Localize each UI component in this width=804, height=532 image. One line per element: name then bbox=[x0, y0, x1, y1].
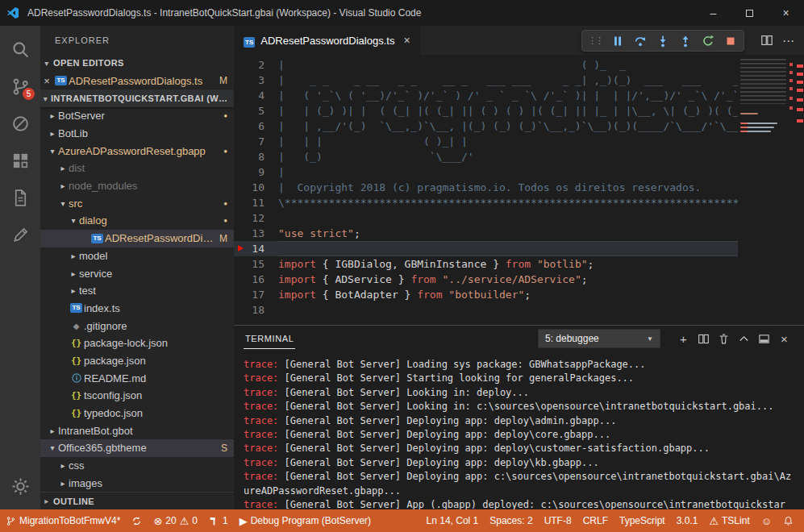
restart-button[interactable] bbox=[697, 31, 719, 51]
language-mode[interactable]: TypeScript bbox=[614, 509, 671, 532]
maximize-panel-button[interactable] bbox=[734, 329, 754, 348]
vscode-window: ADResetPasswordDialogs.ts - IntranetBotQ… bbox=[0, 0, 804, 532]
new-terminal-button[interactable]: + bbox=[673, 329, 694, 348]
line-number[interactable]: 17 bbox=[234, 287, 278, 302]
encoding[interactable]: UTF-8 bbox=[539, 509, 577, 532]
tab-adresetpassworddialogs[interactable]: TS ADResetPasswordDialogs.ts × bbox=[234, 26, 420, 55]
modified-dot-icon: ● bbox=[223, 217, 227, 224]
source-control-button[interactable]: 5 bbox=[0, 68, 40, 105]
git-branch-status[interactable]: MigrationToBotFmwV4* bbox=[0, 509, 126, 532]
debug-target-status[interactable]: ▶Debug Program (BotServer) bbox=[234, 509, 377, 532]
line-number[interactable]: 3 bbox=[234, 73, 278, 88]
tree-item-office365.gbtheme[interactable]: ▾Office365.gbthemeS bbox=[40, 439, 234, 457]
tree-item-images[interactable]: ▸images bbox=[40, 474, 234, 492]
minimap[interactable] bbox=[738, 55, 794, 325]
terminal-tab[interactable]: TERMINAL bbox=[244, 328, 295, 349]
step-over-button[interactable] bbox=[629, 31, 652, 51]
tree-item-css[interactable]: ▸css bbox=[40, 457, 234, 475]
tools-status[interactable]: 1 bbox=[203, 509, 234, 532]
tree-item-tsconfig.json[interactable]: {}tsconfig.json bbox=[40, 387, 234, 405]
tree-item-test[interactable]: ▸test bbox=[40, 282, 234, 300]
close-window-button[interactable]: × bbox=[768, 0, 804, 26]
split-terminal-button[interactable] bbox=[694, 329, 714, 348]
drag-handle-button[interactable]: ⋮⋮ bbox=[584, 31, 606, 51]
tree-item-dialog[interactable]: ▾dialog● bbox=[40, 212, 234, 230]
line-number[interactable]: 13 bbox=[234, 226, 278, 241]
workspace-section-header[interactable]: ▾ INTRANETBOTQUICKSTART.GBAI (WORKSPACE) bbox=[40, 89, 234, 107]
tree-item-dist[interactable]: ▸dist bbox=[40, 160, 234, 177]
line-number[interactable]: 4 bbox=[234, 88, 278, 103]
status-text: Spaces: 2 bbox=[489, 515, 532, 526]
pause-button[interactable] bbox=[606, 31, 629, 51]
kill-terminal-button[interactable] bbox=[714, 329, 734, 348]
maximize-button[interactable] bbox=[731, 0, 768, 26]
indentation[interactable]: Spaces: 2 bbox=[484, 509, 538, 532]
tree-item-typedoc.json[interactable]: {}typedoc.json bbox=[40, 405, 234, 422]
tree-item-package.json[interactable]: {}package.json bbox=[40, 352, 234, 370]
edit-tools-button[interactable] bbox=[0, 216, 40, 253]
line-number[interactable]: 15 bbox=[234, 256, 278, 272]
line-number[interactable]: 10 bbox=[234, 180, 278, 195]
line-number[interactable]: 8 bbox=[234, 149, 278, 164]
sync-status[interactable] bbox=[126, 509, 148, 532]
tslint-status[interactable]: ⚠TSLint bbox=[703, 509, 755, 532]
tree-item-adresetpassworddialogs.ts[interactable]: TSADResetPasswordDialogs.tsM bbox=[40, 230, 234, 247]
tree-item-label: test bbox=[79, 285, 227, 297]
tree-item-src[interactable]: ▾src● bbox=[40, 194, 234, 212]
line-number[interactable]: 9 bbox=[234, 164, 278, 180]
minimize-button[interactable]: – bbox=[695, 0, 731, 26]
feedback[interactable]: ☺ bbox=[756, 509, 777, 532]
tree-item-readme.md[interactable]: README.md bbox=[40, 369, 234, 387]
notifications[interactable] bbox=[777, 509, 799, 532]
terminal-output[interactable]: trace: [General Bot Server] Loading sys … bbox=[234, 351, 804, 509]
line-number[interactable]: 18 bbox=[234, 302, 278, 318]
line-number[interactable]: 14 bbox=[234, 241, 278, 256]
cursor-position[interactable]: Ln 14, Col 1 bbox=[421, 509, 485, 532]
close-editor-icon[interactable]: × bbox=[40, 75, 53, 87]
line-number[interactable]: 2 bbox=[234, 57, 278, 73]
tree-item-label: .gitignore bbox=[84, 320, 227, 332]
terminal-selector[interactable]: 5: debuggee ▼ bbox=[538, 329, 660, 348]
tree-item-botlib[interactable]: ▸BotLib bbox=[40, 125, 234, 143]
line-number[interactable]: 5 bbox=[234, 103, 278, 118]
tree-item-node-modules[interactable]: ▸node_modules bbox=[40, 177, 234, 195]
debug-button[interactable] bbox=[0, 105, 40, 142]
terminal-line: trace: [General Bot Server] Deploying ap… bbox=[244, 442, 796, 455]
step-into-button[interactable] bbox=[652, 31, 674, 51]
eol-sequence[interactable]: CRLF bbox=[577, 509, 614, 532]
tree-item-index.ts[interactable]: TSindex.ts bbox=[40, 300, 234, 318]
close-panel-button[interactable]: × bbox=[774, 329, 794, 348]
tree-item-label: package-lock.json bbox=[84, 337, 227, 349]
tree-item-botserver[interactable]: ▸BotServer● bbox=[40, 107, 234, 125]
line-number[interactable]: 6 bbox=[234, 118, 278, 134]
tree-item-package-lock.json[interactable]: {}package-lock.json bbox=[40, 335, 234, 352]
code-line: import { ADService } from "../service/AD… bbox=[278, 272, 738, 287]
tree-item-.gitignore[interactable]: ◆.gitignore bbox=[40, 317, 234, 335]
editor-gutter[interactable]: 23456789101112131415161718 bbox=[234, 55, 278, 325]
settings-button[interactable] bbox=[0, 468, 40, 505]
extensions-button[interactable] bbox=[0, 142, 40, 179]
outline-section-header[interactable]: ▸ OUTLINE bbox=[40, 492, 234, 509]
line-number[interactable]: 7 bbox=[234, 134, 278, 149]
tree-item-model[interactable]: ▸model bbox=[40, 247, 234, 265]
step-out-button[interactable] bbox=[674, 31, 697, 51]
tree-item-service[interactable]: ▸service bbox=[40, 264, 234, 282]
more-actions-button[interactable]: ⋯ bbox=[777, 30, 799, 51]
open-editor-item[interactable]: × TS ADResetPasswordDialogs.ts M bbox=[40, 72, 234, 89]
stop-button[interactable] bbox=[719, 31, 742, 51]
line-number[interactable]: 16 bbox=[234, 272, 278, 287]
problems-status[interactable]: ⊗20⚠0 bbox=[148, 509, 203, 532]
split-editor-button[interactable] bbox=[756, 30, 777, 51]
ts-file-icon: TS bbox=[53, 76, 69, 85]
line-number[interactable]: 12 bbox=[234, 210, 278, 226]
documents-button[interactable] bbox=[0, 179, 40, 216]
open-editors-header[interactable]: ▾ OPEN EDITORS bbox=[40, 54, 234, 72]
search-button[interactable] bbox=[0, 31, 40, 68]
tree-item-azureadpasswordreset.gbapp[interactable]: ▾AzureADPasswordReset.gbapp● bbox=[40, 142, 234, 160]
ts-version[interactable]: 3.0.1 bbox=[671, 509, 704, 532]
code-editor[interactable]: 23456789101112131415161718 | ( )_ _ || _… bbox=[234, 55, 804, 325]
tree-item-intranetbot.gbot[interactable]: ▸IntranetBot.gbot bbox=[40, 422, 234, 439]
line-number[interactable]: 11 bbox=[234, 195, 278, 210]
close-tab-icon[interactable]: × bbox=[403, 34, 410, 47]
move-panel-button[interactable] bbox=[754, 329, 774, 348]
